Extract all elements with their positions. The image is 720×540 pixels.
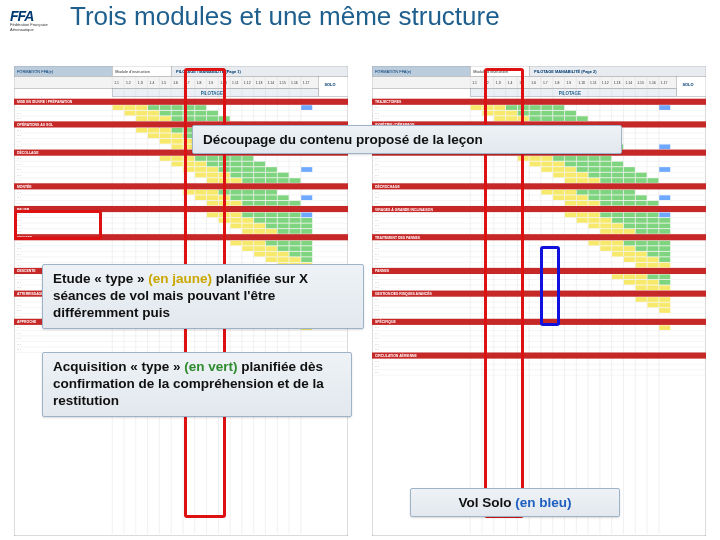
svg-rect-70	[148, 116, 159, 121]
svg-rect-489	[553, 173, 564, 178]
svg-rect-610	[647, 257, 658, 262]
svg-text:1.14: 1.14	[267, 81, 274, 85]
svg-rect-384	[494, 105, 505, 110]
svg-text:· · ·: · · ·	[375, 258, 379, 262]
svg-text:1.17: 1.17	[661, 81, 668, 85]
svg-rect-53	[172, 105, 183, 110]
svg-rect-647	[659, 303, 670, 308]
callout-etude: Etude « type » (en jaune) planifiée sur …	[42, 264, 364, 329]
svg-text:· · ·: · · ·	[375, 213, 379, 217]
svg-rect-484	[612, 167, 623, 172]
svg-text:· · ·: · · ·	[17, 275, 21, 279]
svg-rect-223	[242, 218, 253, 223]
svg-rect-405	[518, 116, 529, 121]
svg-text:· · ·: · · ·	[17, 309, 21, 313]
svg-rect-528	[636, 195, 647, 200]
svg-text:· · ·: · · ·	[17, 242, 21, 246]
svg-text:· · ·: · · ·	[375, 242, 379, 246]
svg-rect-385	[506, 105, 517, 110]
svg-text:OPÉRATIONS AU SOL: OPÉRATIONS AU SOL	[17, 122, 54, 127]
svg-rect-254	[278, 241, 289, 246]
svg-rect-181	[231, 190, 242, 195]
svg-text:· · ·: · · ·	[17, 303, 21, 307]
svg-rect-464	[589, 156, 600, 161]
svg-text:PILOTAGE: PILOTAGE	[201, 91, 223, 96]
logo-subtitle: Fédération Française Aéronautique	[10, 22, 62, 32]
svg-rect-261	[266, 246, 277, 251]
svg-text:MISE EN ŒUVRE / PRÉPARATION: MISE EN ŒUVRE / PRÉPARATION	[17, 99, 73, 104]
svg-rect-127	[195, 156, 206, 161]
callout-acquisition: Acquisition « type » (en vert) planifiée…	[42, 352, 352, 417]
svg-rect-514	[577, 190, 588, 195]
svg-text:1.3: 1.3	[496, 81, 501, 85]
svg-text:· · ·: · · ·	[17, 281, 21, 285]
svg-text:· · ·: · · ·	[17, 343, 21, 347]
svg-text:· · ·: · · ·	[17, 140, 21, 144]
svg-rect-256	[301, 241, 312, 246]
svg-text:TRAJECTOIRES: TRAJECTOIRES	[375, 100, 402, 104]
svg-text:DÉCROCHAGE: DÉCROCHAGE	[375, 184, 400, 189]
svg-text:· · ·: · · ·	[17, 196, 21, 200]
svg-rect-527	[624, 195, 635, 200]
svg-rect-630	[647, 280, 658, 285]
svg-rect-48	[113, 105, 124, 110]
svg-rect-129	[219, 156, 230, 161]
svg-rect-276	[289, 257, 300, 262]
svg-text:1.8: 1.8	[197, 81, 202, 85]
svg-rect-501	[589, 178, 600, 183]
svg-rect-549	[624, 213, 635, 218]
svg-text:PALIER: PALIER	[17, 208, 30, 212]
svg-rect-469	[541, 162, 552, 167]
svg-text:GESTION DES RISQUES AVANCÉS: GESTION DES RISQUES AVANCÉS	[375, 291, 433, 296]
svg-text:1.6: 1.6	[531, 81, 536, 85]
svg-rect-461	[553, 156, 564, 161]
svg-rect-601	[612, 252, 623, 257]
svg-rect-111	[172, 144, 183, 149]
svg-rect-551	[647, 213, 658, 218]
svg-rect-472	[577, 162, 588, 167]
svg-rect-168	[242, 178, 253, 183]
svg-rect-481	[577, 167, 588, 172]
svg-rect-134	[172, 162, 183, 167]
svg-rect-51	[148, 105, 159, 110]
svg-rect-621	[612, 274, 623, 279]
svg-rect-156	[207, 173, 218, 178]
svg-text:1.17: 1.17	[303, 81, 310, 85]
svg-rect-383	[482, 105, 493, 110]
svg-rect-598	[659, 246, 670, 251]
svg-text:· · ·: · · ·	[17, 134, 21, 138]
svg-text:· · ·: · · ·	[375, 264, 379, 268]
svg-rect-559	[624, 218, 635, 223]
svg-rect-546	[589, 213, 600, 218]
svg-text:1.12: 1.12	[244, 81, 251, 85]
svg-rect-625	[659, 274, 670, 279]
svg-rect-513	[565, 190, 576, 195]
svg-text:DESCENTE: DESCENTE	[17, 269, 36, 273]
svg-rect-102	[172, 139, 183, 144]
svg-rect-271	[301, 252, 312, 257]
svg-text:1.7: 1.7	[185, 81, 190, 85]
svg-rect-166	[219, 178, 230, 183]
svg-rect-453	[659, 144, 670, 149]
svg-rect-150	[254, 167, 265, 172]
svg-rect-597	[647, 246, 658, 251]
svg-rect-139	[231, 162, 242, 167]
svg-text:1.10: 1.10	[220, 81, 227, 85]
svg-rect-71	[160, 116, 171, 121]
svg-rect-180	[219, 190, 230, 195]
svg-rect-521	[553, 195, 564, 200]
svg-rect-216	[278, 213, 289, 218]
svg-rect-187	[195, 195, 206, 200]
svg-rect-642	[647, 297, 658, 302]
svg-rect-52	[160, 105, 171, 110]
svg-rect-404	[506, 116, 517, 121]
svg-rect-148	[231, 167, 242, 172]
svg-rect-340	[372, 76, 706, 88]
svg-rect-532	[565, 201, 576, 206]
svg-rect-565	[589, 224, 600, 229]
svg-text:· · ·: · · ·	[17, 179, 21, 183]
svg-rect-200	[231, 201, 242, 206]
svg-rect-550	[636, 213, 647, 218]
svg-rect-535	[600, 201, 611, 206]
svg-rect-646	[647, 303, 658, 308]
